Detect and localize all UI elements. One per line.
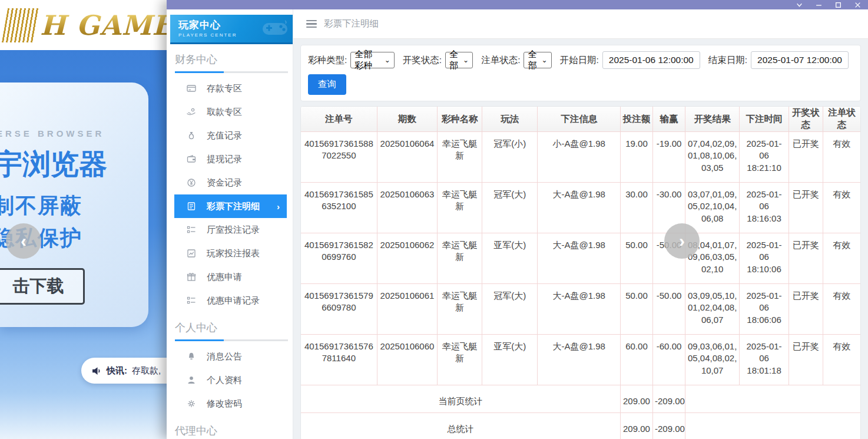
carousel-prev-button[interactable]: ‹ — [6, 223, 41, 259]
filter-panel: 彩种类型: 全部彩种 ⌄ 开奖状态: 全部 ⌄ 注单状态: — [300, 45, 861, 101]
hh-game-logo[interactable]: H GAME — [5, 8, 173, 42]
sidebar-item-label: 优惠申请记录 — [207, 295, 260, 306]
news-ticker[interactable]: 快讯: 存取款, — [81, 358, 167, 384]
cell-draw-status: 已开奖 — [789, 132, 823, 183]
sidebar-item-玩家投注报表[interactable]: 玩家投注报表 — [167, 242, 293, 265]
section-underline — [175, 71, 288, 73]
summary-label: 当前页统计 — [301, 385, 620, 413]
cell-bet-time: 2025-01-06 18:10:06 — [740, 233, 789, 284]
start-date-input[interactable]: 2025-01-06 12:00:00 — [602, 51, 700, 69]
cell-draw-status: 已开奖 — [789, 233, 823, 284]
bet-status-select[interactable]: 全部 ⌄ — [524, 52, 551, 68]
speaker-icon — [92, 367, 102, 375]
cell-draw-result: 03,09,05,10,01,02,04,08,06,07 — [685, 284, 740, 335]
cell-bet-amount: 50.00 — [620, 233, 652, 284]
lottery-bet-detail-icon — [187, 202, 196, 211]
window-chevron-down-icon[interactable] — [796, 2, 803, 8]
cell-draw-status: 已开奖 — [789, 183, 823, 233]
sidebar-item-存款专区[interactable]: 存款专区 — [167, 77, 293, 100]
sidebar-item-label: 优惠申请 — [207, 272, 242, 283]
table-row: 40156917361576781164020250106060幸运飞艇新亚军(… — [301, 335, 860, 385]
section-underline — [175, 339, 288, 341]
sidebar-item-label: 充值记录 — [207, 130, 242, 141]
window-minimize-icon[interactable] — [816, 2, 822, 8]
cell-draw-result: 09,03,06,01,05,04,08,02,10,07 — [685, 335, 740, 385]
sidebar-item-个人资料[interactable]: 个人资料 — [167, 368, 293, 392]
sidebar-item-取款专区[interactable]: 取款专区 — [167, 100, 293, 124]
draw-status-label: 开奖状态: — [403, 54, 442, 67]
cell-bet-id: 401569173615796609780 — [301, 284, 377, 335]
column-header-draw-result: 开奖结果 — [685, 107, 740, 132]
content: 彩种类型: 全部彩种 ⌄ 开奖状态: 全部 ⌄ 注单状态: — [293, 39, 868, 439]
search-button[interactable]: 查询 — [308, 74, 346, 95]
cell-lottery-name: 幸运飞艇新 — [438, 335, 482, 385]
table-row: 40156917361585635210020250106063幸运飞艇新冠军(… — [301, 183, 860, 233]
cell-bet-time: 2025-01-06 18:16:03 — [740, 183, 789, 233]
cell-bet-info: 大-A盘@1.98 — [538, 284, 621, 335]
column-header-win-loss: 输赢 — [653, 107, 685, 132]
table-header-row: 注单号期数彩种名称玩法下注信息投注额输赢开奖结果下注时间开奖状态注单状态 — [301, 107, 860, 132]
window-close-icon[interactable] — [854, 2, 861, 8]
cell-bet-time: 2025-01-06 18:21:10 — [740, 132, 789, 183]
sidebar-section-label: 代理中心 — [175, 424, 293, 438]
cell-bet-id: 401569173615767811640 — [301, 335, 377, 385]
sidebar-item-提现记录[interactable]: 提现记录 — [167, 147, 293, 171]
end-date-input[interactable]: 2025-01-07 12:00:00 — [751, 51, 849, 69]
download-button[interactable]: 击下载 — [0, 268, 85, 305]
chevron-down-icon: ⌄ — [541, 56, 547, 64]
logo-text: H GAME — [40, 9, 173, 41]
summary-bet-total: 209.00 — [620, 413, 652, 439]
lottery-type-select[interactable]: 全部彩种 ⌄ — [350, 52, 394, 68]
sidebar-item-label: 个人资料 — [207, 375, 242, 386]
cell-bet-amount: 60.00 — [620, 335, 652, 385]
cell-bet-status: 有效 — [823, 335, 860, 385]
chevron-down-icon: ⌄ — [385, 56, 390, 64]
cell-bet-status: 有效 — [823, 284, 860, 335]
cell-win-loss: -50.00 — [653, 284, 685, 335]
page-title: 彩票下注明细 — [324, 18, 379, 30]
sidebar-item-优惠申请记录[interactable]: 优惠申请记录 — [167, 289, 293, 312]
cell-bet-id: 401569173615820699760 — [301, 233, 377, 284]
summary-empty — [685, 413, 860, 439]
cell-bet-id: 401569173615856352100 — [301, 183, 377, 233]
cell-bet-time: 2025-01-06 18:01:18 — [740, 335, 789, 385]
player-center-window: 玩家中心 PLAYERS CENTER 财务中心存款专区取款专区充值记录提现记录… — [167, 0, 868, 439]
cell-lottery-name: 幸运飞艇新 — [438, 132, 482, 183]
sidebar-item-彩票下注明细[interactable]: 彩票下注明细› — [174, 194, 287, 218]
sidebar-item-厅室投注记录[interactable]: 厅室投注记录 — [167, 218, 293, 242]
lottery-type-value: 全部彩种 — [355, 49, 379, 71]
sidebar-item-label: 消息公告 — [207, 351, 242, 362]
carousel-next-button[interactable]: › — [664, 223, 700, 259]
background-page: H GAME ERSE BROWSER 宇浏览器 制不屏蔽 隐私保护 击下载 快… — [0, 0, 167, 439]
sidebar-item-label: 存款专区 — [207, 83, 242, 94]
cell-bet-amount: 50.00 — [620, 284, 652, 335]
cell-bet-status: 有效 — [823, 183, 860, 233]
sidebar-item-优惠申请[interactable]: 优惠申请 — [167, 265, 293, 289]
withdrawal-record-icon — [187, 154, 196, 164]
window-maximize-icon[interactable] — [835, 2, 842, 8]
summary-winloss-total: -209.00 — [653, 385, 685, 413]
lottery-type-label: 彩种类型: — [308, 54, 347, 67]
end-date-label: 结束日期: — [708, 54, 747, 67]
deposit-icon — [187, 84, 196, 93]
sidebar-item-资金记录[interactable]: 资金记录 — [167, 171, 293, 194]
bet-table: 注单号期数彩种名称玩法下注信息投注额输赢开奖结果下注时间开奖状态注单状态 401… — [301, 107, 860, 439]
cell-period: 20250106063 — [377, 183, 438, 233]
promo-record-icon — [187, 296, 196, 305]
column-header-bet-time: 下注时间 — [740, 107, 789, 132]
draw-status-select[interactable]: 全部 ⌄ — [445, 52, 473, 68]
funds-record-icon — [187, 178, 196, 187]
sidebar-item-修改密码[interactable]: 修改密码 — [167, 392, 293, 415]
cell-period: 20250106060 — [377, 335, 438, 385]
column-header-bet-amount: 投注额 — [620, 107, 652, 132]
screen: H GAME ERSE BROWSER 宇浏览器 制不屏蔽 隐私保护 击下载 快… — [0, 0, 868, 439]
sidebar-item-消息公告[interactable]: 消息公告 — [167, 345, 293, 368]
cell-bet-status: 有效 — [823, 132, 860, 183]
sidebar-nav: 财务中心存款专区取款专区充值记录提现记录资金记录彩票下注明细›厅室投注记录玩家投… — [167, 52, 293, 439]
menu-icon[interactable] — [306, 20, 317, 28]
column-header-draw-status: 开奖状态 — [789, 107, 823, 132]
sidebar-item-充值记录[interactable]: 充值记录 — [167, 124, 293, 147]
browser-promo-banner: ERSE BROWSER 宇浏览器 制不屏蔽 隐私保护 击下载 — [0, 82, 148, 327]
recharge-record-icon — [187, 131, 196, 140]
sidebar-item-label: 厅室投注记录 — [207, 225, 260, 236]
